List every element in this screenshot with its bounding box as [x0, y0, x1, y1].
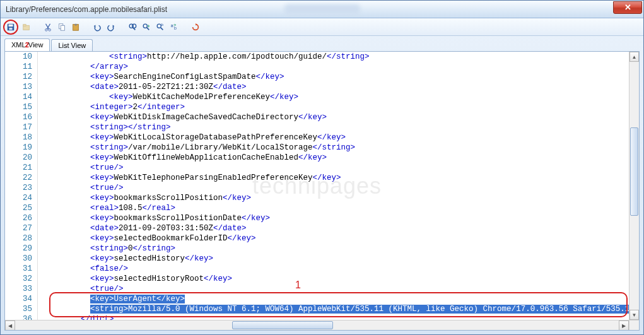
line-gutter: 1011121314151617181920212223242526272829…: [5, 52, 38, 320]
scroll-up-icon[interactable]: ▲: [629, 52, 639, 62]
line-number: 26: [5, 213, 32, 223]
line-number: 17: [5, 122, 32, 132]
line-number: 22: [5, 173, 32, 183]
editor-wrap: 1011121314151617181920212223242526272829…: [4, 51, 640, 331]
line-number: 13: [5, 82, 32, 92]
line-number: 29: [5, 244, 32, 254]
code-line[interactable]: <true/>: [38, 183, 629, 193]
code-line[interactable]: <key>selectedHistoryRoot</key>: [38, 274, 629, 284]
code-line[interactable]: <string>Mozilla/5.0 (Windows NT 6.1; WOW…: [38, 304, 629, 314]
line-number: 28: [5, 233, 32, 244]
code-line[interactable]: <key>bookmarksScrollPositionDate</key>: [38, 213, 629, 223]
close-icon: ✕: [624, 3, 631, 12]
code-line[interactable]: <key>WebKitLocalStorageDatabasePathPrefe…: [38, 132, 629, 143]
code-editor[interactable]: 1011121314151617181920212223242526272829…: [5, 52, 629, 320]
code-line[interactable]: <key>SearchEngineConfigLastSpamDate</key…: [38, 72, 629, 82]
scroll-right-icon[interactable]: ▶: [619, 320, 629, 331]
tab-xml-view[interactable]: XML2View: [4, 38, 50, 51]
svg-point-16: [157, 24, 161, 28]
code-line[interactable]: <date>2011-05-22T21:21:30Z</date>: [38, 82, 629, 92]
line-number: 24: [5, 193, 32, 203]
app-window: Library/Preferences/com.apple.mobilesafa…: [0, 0, 644, 335]
tab-bar: XML2View List View: [1, 36, 643, 51]
line-number: 20: [5, 153, 32, 163]
code-line[interactable]: <false/>: [38, 264, 629, 274]
line-number: 32: [5, 274, 32, 284]
refresh-icon[interactable]: [190, 21, 201, 33]
svg-rect-2: [9, 27, 12, 30]
line-number: 15: [5, 102, 32, 112]
line-number: 16: [5, 112, 32, 122]
save-highlight: [3, 20, 18, 35]
paste-icon[interactable]: [70, 21, 81, 33]
line-number: 10: [5, 52, 32, 62]
find-next-icon[interactable]: [141, 21, 152, 33]
horizontal-scrollbar[interactable]: ◀ ▶: [5, 320, 629, 330]
svg-point-14: [143, 24, 147, 28]
hscroll-thumb[interactable]: [232, 321, 333, 329]
code-line[interactable]: <integer>2</integer>: [38, 102, 629, 112]
code-line[interactable]: <key>WebKitOfflineWebApplicationCacheEna…: [38, 153, 629, 163]
svg-rect-4: [23, 24, 26, 26]
code-line[interactable]: <string>/var/mobile/Library/WebKit/Local…: [38, 143, 629, 153]
line-number: 19: [5, 143, 32, 153]
code-line[interactable]: <key>selectedHistory</key>: [38, 254, 629, 264]
title-blur: [284, 4, 360, 15]
line-number: 35: [5, 304, 32, 314]
code-line[interactable]: <string>http://help.apple.com/ipodtouch/…: [38, 52, 629, 62]
tab-list-view[interactable]: List View: [51, 39, 93, 51]
line-number: 31: [5, 264, 32, 274]
line-number: 33: [5, 284, 32, 294]
close-button[interactable]: ✕: [613, 1, 642, 14]
cut-icon[interactable]: [42, 21, 54, 33]
code-line[interactable]: <key>WebKitDiskImageCacheSavedCacheDirec…: [38, 112, 629, 122]
vscroll-thumb[interactable]: [630, 127, 638, 216]
svg-line-17: [161, 27, 163, 30]
line-number: 25: [5, 203, 32, 213]
line-number: 23: [5, 183, 32, 193]
line-number: 27: [5, 223, 32, 233]
code-line[interactable]: <true/>: [38, 163, 629, 173]
code-line[interactable]: <string></string>: [38, 122, 629, 132]
code-line[interactable]: <key>WebKitCacheModelPreferenceKey</key>: [38, 92, 629, 102]
svg-point-5: [45, 28, 48, 31]
line-number: 21: [5, 163, 32, 173]
svg-text:b: b: [174, 26, 177, 30]
save-icon[interactable]: [5, 21, 16, 33]
find-prev-icon[interactable]: b: [155, 21, 166, 33]
line-number: 12: [5, 72, 32, 82]
code-line[interactable]: <date>2011-09-20T03:31:50Z</date>: [38, 223, 629, 233]
line-number: 36: [5, 314, 32, 320]
line-number: 18: [5, 132, 32, 143]
find-icon[interactable]: [127, 21, 138, 33]
code-line[interactable]: <key>UserAgent</key>: [38, 294, 629, 304]
scroll-corner: [629, 320, 639, 330]
code-line[interactable]: <key>bookmarksScrollPosition</key>: [38, 193, 629, 203]
undo-icon[interactable]: [91, 21, 103, 33]
scroll-left-icon[interactable]: ◀: [5, 320, 15, 331]
toolbar: b ab: [1, 18, 643, 36]
code-area[interactable]: <string>http://help.apple.com/ipodtouch/…: [38, 52, 629, 320]
code-line[interactable]: <true/>: [38, 284, 629, 294]
copy-icon[interactable]: [56, 21, 67, 33]
code-line[interactable]: <key>selectedBookmarkFolderID</key>: [38, 233, 629, 244]
line-number: 11: [5, 62, 32, 72]
replace-icon[interactable]: ab: [168, 21, 180, 33]
code-line[interactable]: </array>: [38, 62, 629, 72]
svg-rect-10: [74, 23, 77, 25]
vertical-scrollbar[interactable]: ▲ ▼: [629, 52, 639, 320]
code-line[interactable]: <real>108.5</real>: [38, 203, 629, 213]
line-number: 34: [5, 294, 32, 304]
code-line[interactable]: <key>WebKitTelephoneParsingEnabledPrefer…: [38, 173, 629, 183]
redo-icon[interactable]: [105, 21, 117, 33]
svg-rect-1: [9, 24, 13, 26]
svg-text:b: b: [161, 22, 164, 26]
svg-text:a: a: [171, 23, 173, 28]
line-number: 30: [5, 254, 32, 264]
open-icon[interactable]: [21, 21, 32, 33]
line-number: 14: [5, 92, 32, 102]
code-line[interactable]: </dict>: [38, 314, 629, 320]
code-line[interactable]: <string>0</string>: [38, 244, 629, 254]
scroll-down-icon[interactable]: ▼: [629, 310, 639, 320]
svg-point-6: [49, 28, 51, 31]
